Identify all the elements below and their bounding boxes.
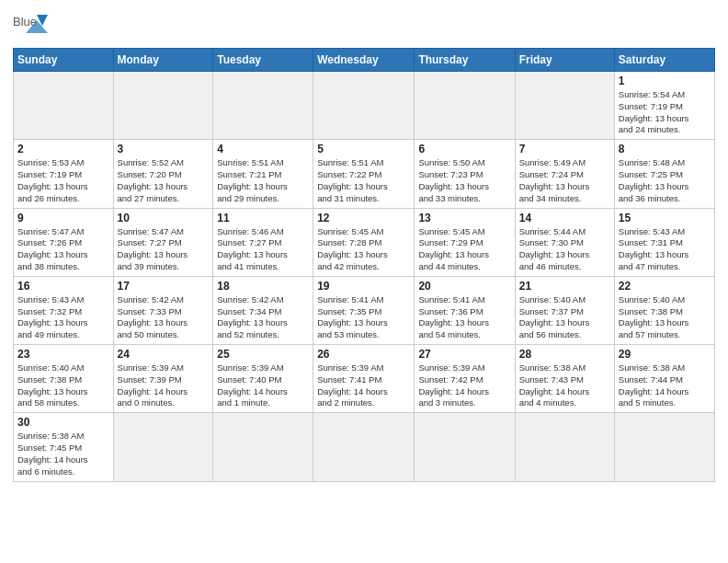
- calendar-cell: [515, 72, 614, 140]
- day-info: Sunrise: 5:54 AM Sunset: 7:19 PM Dayligh…: [619, 89, 711, 136]
- day-number: 27: [418, 348, 510, 361]
- day-number: 24: [118, 348, 210, 361]
- day-number: 28: [519, 348, 610, 361]
- calendar-cell: 24Sunrise: 5:39 AM Sunset: 7:39 PM Dayli…: [113, 345, 213, 413]
- calendar-week-2: 2Sunrise: 5:53 AM Sunset: 7:19 PM Daylig…: [14, 140, 715, 208]
- day-info: Sunrise: 5:39 AM Sunset: 7:40 PM Dayligh…: [217, 362, 309, 409]
- day-number: 21: [519, 280, 610, 293]
- calendar-cell: 1Sunrise: 5:54 AM Sunset: 7:19 PM Daylig…: [614, 72, 714, 140]
- day-info: Sunrise: 5:41 AM Sunset: 7:35 PM Dayligh…: [317, 294, 410, 341]
- day-info: Sunrise: 5:40 AM Sunset: 7:38 PM Dayligh…: [619, 294, 711, 341]
- day-number: 22: [619, 280, 711, 293]
- day-number: 6: [418, 143, 510, 155]
- day-info: Sunrise: 5:51 AM Sunset: 7:22 PM Dayligh…: [317, 157, 410, 204]
- calendar-cell: 18Sunrise: 5:42 AM Sunset: 7:34 PM Dayli…: [213, 276, 313, 344]
- calendar-cell: [415, 413, 515, 481]
- calendar-cell: 4Sunrise: 5:51 AM Sunset: 7:21 PM Daylig…: [213, 140, 313, 208]
- calendar-cell: 2Sunrise: 5:53 AM Sunset: 7:19 PM Daylig…: [14, 140, 114, 208]
- calendar-cell: [113, 72, 213, 140]
- day-number: 16: [17, 280, 109, 293]
- day-number: 4: [217, 143, 309, 155]
- day-info: Sunrise: 5:47 AM Sunset: 7:27 PM Dayligh…: [118, 226, 210, 273]
- calendar-cell: [113, 413, 213, 481]
- calendar-week-5: 23Sunrise: 5:40 AM Sunset: 7:38 PM Dayli…: [14, 345, 715, 413]
- day-number: 1: [619, 75, 711, 87]
- weekday-header-monday: Monday: [113, 49, 213, 72]
- day-info: Sunrise: 5:39 AM Sunset: 7:42 PM Dayligh…: [418, 362, 510, 409]
- calendar-week-6: 30Sunrise: 5:38 AM Sunset: 7:45 PM Dayli…: [14, 413, 715, 481]
- day-number: 15: [619, 212, 711, 224]
- weekday-header-friday: Friday: [515, 49, 614, 72]
- calendar-cell: 29Sunrise: 5:38 AM Sunset: 7:44 PM Dayli…: [614, 345, 714, 413]
- day-number: 14: [519, 212, 610, 224]
- logo: Blue: [13, 13, 50, 42]
- day-info: Sunrise: 5:38 AM Sunset: 7:43 PM Dayligh…: [519, 362, 610, 409]
- calendar-cell: [515, 413, 614, 481]
- day-info: Sunrise: 5:46 AM Sunset: 7:27 PM Dayligh…: [217, 226, 309, 273]
- weekday-header-thursday: Thursday: [415, 49, 515, 72]
- page-header: Blue: [13, 9, 715, 42]
- calendar-cell: 28Sunrise: 5:38 AM Sunset: 7:43 PM Dayli…: [515, 345, 614, 413]
- day-info: Sunrise: 5:40 AM Sunset: 7:38 PM Dayligh…: [17, 362, 109, 409]
- calendar-cell: 16Sunrise: 5:43 AM Sunset: 7:32 PM Dayli…: [14, 276, 114, 344]
- day-number: 13: [418, 212, 510, 224]
- day-number: 9: [17, 212, 109, 224]
- day-info: Sunrise: 5:43 AM Sunset: 7:31 PM Dayligh…: [619, 226, 711, 273]
- calendar-cell: 5Sunrise: 5:51 AM Sunset: 7:22 PM Daylig…: [313, 140, 415, 208]
- calendar-cell: 17Sunrise: 5:42 AM Sunset: 7:33 PM Dayli…: [113, 276, 213, 344]
- day-info: Sunrise: 5:42 AM Sunset: 7:34 PM Dayligh…: [217, 294, 309, 341]
- calendar-cell: 12Sunrise: 5:45 AM Sunset: 7:28 PM Dayli…: [313, 208, 415, 276]
- day-info: Sunrise: 5:44 AM Sunset: 7:30 PM Dayligh…: [519, 226, 610, 273]
- day-info: Sunrise: 5:42 AM Sunset: 7:33 PM Dayligh…: [118, 294, 210, 341]
- calendar-cell: 26Sunrise: 5:39 AM Sunset: 7:41 PM Dayli…: [313, 345, 415, 413]
- day-info: Sunrise: 5:51 AM Sunset: 7:21 PM Dayligh…: [217, 157, 309, 204]
- calendar-cell: 9Sunrise: 5:47 AM Sunset: 7:26 PM Daylig…: [14, 208, 114, 276]
- calendar-cell: [14, 72, 114, 140]
- weekday-header-sunday: Sunday: [14, 49, 114, 72]
- calendar-cell: 22Sunrise: 5:40 AM Sunset: 7:38 PM Dayli…: [614, 276, 714, 344]
- calendar-cell: 11Sunrise: 5:46 AM Sunset: 7:27 PM Dayli…: [213, 208, 313, 276]
- calendar-cell: 19Sunrise: 5:41 AM Sunset: 7:35 PM Dayli…: [313, 276, 415, 344]
- day-number: 26: [317, 348, 410, 361]
- calendar-cell: [313, 413, 415, 481]
- day-number: 30: [17, 416, 109, 429]
- calendar-cell: 27Sunrise: 5:39 AM Sunset: 7:42 PM Dayli…: [415, 345, 515, 413]
- calendar-cell: 14Sunrise: 5:44 AM Sunset: 7:30 PM Dayli…: [515, 208, 614, 276]
- calendar-cell: 21Sunrise: 5:40 AM Sunset: 7:37 PM Dayli…: [515, 276, 614, 344]
- calendar-cell: 7Sunrise: 5:49 AM Sunset: 7:24 PM Daylig…: [515, 140, 614, 208]
- calendar-cell: 20Sunrise: 5:41 AM Sunset: 7:36 PM Dayli…: [415, 276, 515, 344]
- day-info: Sunrise: 5:38 AM Sunset: 7:44 PM Dayligh…: [619, 362, 711, 409]
- calendar-table: SundayMondayTuesdayWednesdayThursdayFrid…: [13, 48, 715, 482]
- day-info: Sunrise: 5:40 AM Sunset: 7:37 PM Dayligh…: [519, 294, 610, 341]
- day-number: 5: [317, 143, 410, 155]
- day-number: 10: [118, 212, 210, 224]
- weekday-header-row: SundayMondayTuesdayWednesdayThursdayFrid…: [14, 49, 715, 72]
- day-number: 12: [317, 212, 410, 224]
- calendar-week-3: 9Sunrise: 5:47 AM Sunset: 7:26 PM Daylig…: [14, 208, 715, 276]
- day-info: Sunrise: 5:52 AM Sunset: 7:20 PM Dayligh…: [118, 157, 210, 204]
- weekday-header-wednesday: Wednesday: [313, 49, 415, 72]
- day-info: Sunrise: 5:39 AM Sunset: 7:41 PM Dayligh…: [317, 362, 410, 409]
- calendar-cell: 6Sunrise: 5:50 AM Sunset: 7:23 PM Daylig…: [415, 140, 515, 208]
- calendar-cell: [313, 72, 415, 140]
- calendar-cell: [415, 72, 515, 140]
- day-number: 19: [317, 280, 410, 293]
- day-number: 8: [619, 143, 711, 155]
- calendar-cell: 30Sunrise: 5:38 AM Sunset: 7:45 PM Dayli…: [14, 413, 114, 481]
- day-info: Sunrise: 5:38 AM Sunset: 7:45 PM Dayligh…: [17, 431, 109, 477]
- day-number: 23: [17, 348, 109, 361]
- weekday-header-tuesday: Tuesday: [213, 49, 313, 72]
- day-number: 18: [217, 280, 309, 293]
- day-info: Sunrise: 5:47 AM Sunset: 7:26 PM Dayligh…: [17, 226, 109, 273]
- day-number: 7: [519, 143, 610, 155]
- day-info: Sunrise: 5:50 AM Sunset: 7:23 PM Dayligh…: [418, 157, 510, 204]
- day-info: Sunrise: 5:41 AM Sunset: 7:36 PM Dayligh…: [418, 294, 510, 341]
- day-info: Sunrise: 5:45 AM Sunset: 7:29 PM Dayligh…: [418, 226, 510, 273]
- day-number: 29: [619, 348, 711, 361]
- calendar-week-4: 16Sunrise: 5:43 AM Sunset: 7:32 PM Dayli…: [14, 276, 715, 344]
- day-number: 25: [217, 348, 309, 361]
- calendar-cell: 13Sunrise: 5:45 AM Sunset: 7:29 PM Dayli…: [415, 208, 515, 276]
- calendar-cell: 23Sunrise: 5:40 AM Sunset: 7:38 PM Dayli…: [14, 345, 114, 413]
- day-info: Sunrise: 5:45 AM Sunset: 7:28 PM Dayligh…: [317, 226, 410, 273]
- calendar-week-1: 1Sunrise: 5:54 AM Sunset: 7:19 PM Daylig…: [14, 72, 715, 140]
